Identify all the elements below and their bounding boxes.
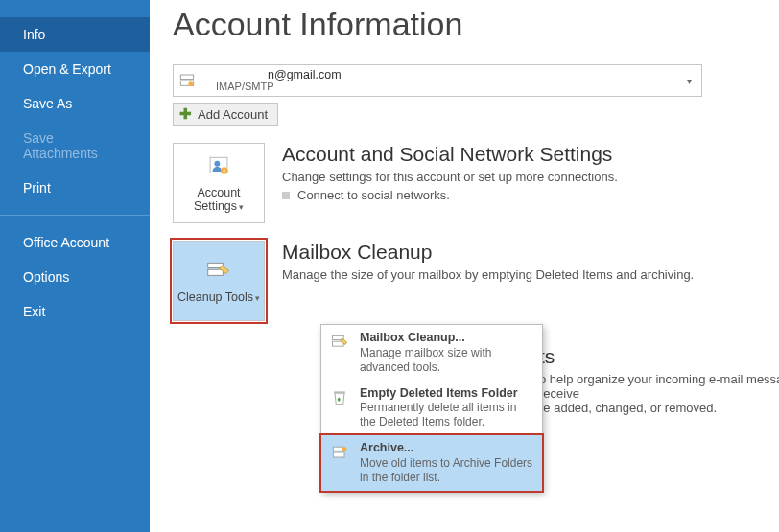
- trash-recycle-icon: [329, 386, 350, 407]
- cleanup-desc: Manage the size of your mailbox by empty…: [282, 267, 760, 282]
- plus-icon: ✚: [179, 105, 192, 123]
- sidebar-item-exit[interactable]: Exit: [0, 294, 150, 329]
- bullet-icon: [282, 192, 290, 199]
- chevron-down-icon[interactable]: ▾: [676, 76, 701, 86]
- cleanup-icon: [205, 259, 232, 287]
- backstage-sidebar: Info Open & Export Save As Save Attachme…: [0, 0, 150, 532]
- svg-point-6: [224, 169, 225, 171]
- sidebar-item-print[interactable]: Print: [0, 171, 150, 205]
- menu-item-empty-deleted[interactable]: Empty Deleted Items Folder Permanently d…: [321, 381, 542, 436]
- sidebar-item-options[interactable]: Options: [0, 260, 150, 294]
- sidebar-item-office-account[interactable]: Office Account: [0, 225, 150, 260]
- person-gear-icon: [206, 154, 231, 182]
- sidebar-separator: [0, 215, 150, 216]
- settings-desc: Change settings for this account or set …: [282, 170, 760, 184]
- svg-point-4: [214, 160, 220, 166]
- cleanup-tools-menu: Mailbox Cleanup... Manage mailbox size w…: [320, 324, 543, 492]
- page-title: Account Information: [173, 6, 760, 43]
- sidebar-item-save-as[interactable]: Save As: [0, 86, 150, 121]
- mailbox-icon: [174, 72, 201, 89]
- mailbox-cleanup-icon: [329, 331, 350, 352]
- menu-item-mailbox-cleanup[interactable]: Mailbox Cleanup... Manage mailbox size w…: [321, 325, 542, 381]
- menu-item-archive[interactable]: Archive... Move old items to Archive Fol…: [321, 435, 542, 491]
- svg-rect-0: [180, 75, 194, 80]
- connect-social-link[interactable]: Connect to social networks.: [282, 188, 760, 202]
- account-email: n@gmail.com: [268, 68, 342, 81]
- account-settings-button[interactable]: Account Settings▾: [173, 143, 265, 223]
- rules-desc-fragment: o help organize your incoming e-mail mes…: [539, 372, 779, 415]
- sidebar-item-info[interactable]: Info: [0, 17, 150, 52]
- cleanup-heading: Mailbox Cleanup: [282, 241, 760, 264]
- svg-rect-13: [333, 452, 344, 457]
- add-account-button[interactable]: ✚ Add Account: [173, 103, 278, 126]
- main-pane: Account Information n@gmail.com IMAP/SMT…: [150, 0, 779, 532]
- svg-rect-11: [334, 391, 345, 393]
- account-protocol: IMAP/SMTP: [216, 81, 676, 93]
- cleanup-tools-button[interactable]: Cleanup Tools▾: [173, 241, 265, 321]
- account-selector[interactable]: n@gmail.com IMAP/SMTP ▾: [173, 64, 702, 97]
- archive-icon: [329, 441, 350, 462]
- sidebar-item-open-export[interactable]: Open & Export: [0, 52, 150, 86]
- sidebar-item-save-attachments: Save Attachments: [0, 121, 150, 171]
- svg-point-2: [188, 81, 193, 86]
- svg-point-14: [342, 447, 347, 451]
- svg-rect-8: [208, 269, 224, 275]
- settings-heading: Account and Social Network Settings: [282, 143, 760, 166]
